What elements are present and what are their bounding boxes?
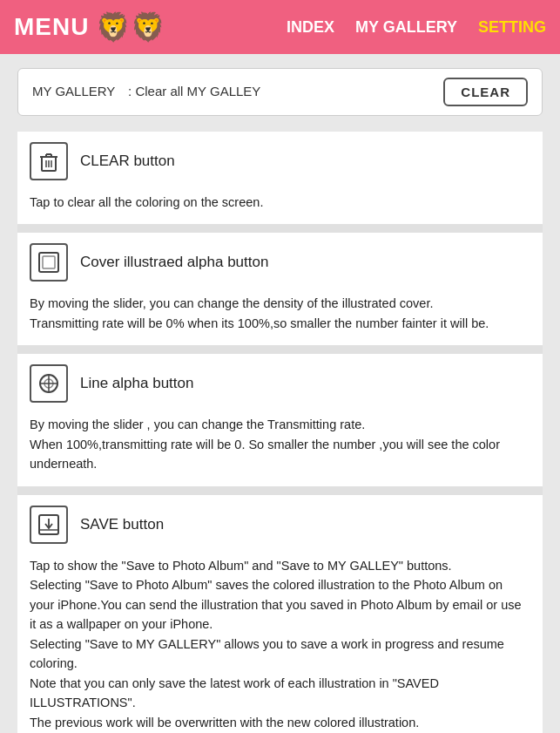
menu-label[interactable]: MENU (14, 13, 89, 41)
svg-rect-9 (43, 256, 55, 268)
top-bar: MY GALLERY : Clear all MY GALLEY CLEAR (17, 68, 543, 116)
top-bar-text: MY GALLERY : Clear all MY GALLEY (32, 84, 443, 100)
save-description: Tap to show the "Save to Photo Album" an… (17, 554, 543, 733)
cover-icon-box (30, 243, 68, 282)
clear-button[interactable]: CLEAR (443, 78, 528, 106)
line-description: By moving the slider , you can change th… (17, 413, 543, 485)
line-icon-box (30, 364, 68, 403)
cover-desc-text: By moving the slider, you can change the… (30, 296, 489, 329)
lion-icon: 🦁🦁 (96, 10, 165, 44)
nav-gallery[interactable]: MY GALLERY (355, 18, 457, 37)
save-button-label: SAVE button (80, 516, 164, 533)
cover-section-header: Cover illustraed alpha button (17, 233, 543, 287)
save-section-header: SAVE button (17, 495, 543, 549)
clear-description: Tap to clear all the coloring on the scr… (17, 191, 543, 224)
clear-button-label: CLEAR button (80, 153, 175, 170)
clear-section-header: CLEAR button (17, 132, 543, 186)
line-section-header: Line alpha button (17, 354, 543, 408)
header: MENU 🦁🦁 INDEX MY GALLERY SETTING (0, 0, 560, 54)
line-desc-text: By moving the slider , you can change th… (30, 417, 500, 471)
save-icon-box (30, 506, 68, 544)
nav-index[interactable]: INDEX (287, 18, 334, 37)
save-desc-text: Tap to show the "Save to Photo Album" an… (30, 559, 522, 730)
header-nav: INDEX MY GALLERY SETTING (287, 18, 546, 37)
cover-button-label: Cover illustraed alpha button (80, 254, 268, 271)
cover-description: By moving the slider, you can change the… (17, 292, 543, 345)
main-content: MY GALLERY : Clear all MY GALLEY CLEAR C… (0, 54, 560, 733)
nav-setting[interactable]: SETTING (478, 18, 546, 37)
line-button-label: Line alpha button (80, 375, 193, 392)
trash-icon-box (30, 142, 68, 180)
